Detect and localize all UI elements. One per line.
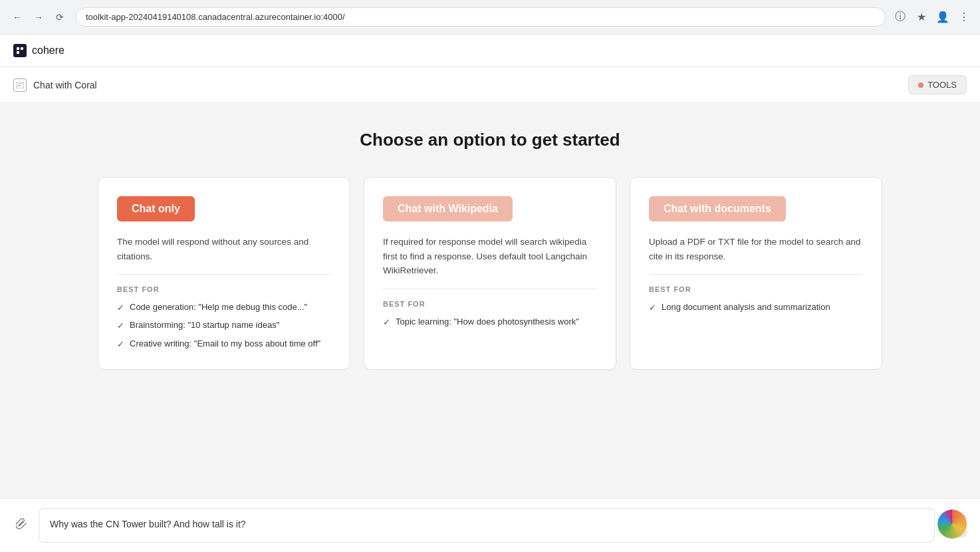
check-icon: ✓: [117, 320, 124, 332]
check-icon: ✓: [117, 339, 124, 350]
address-bar[interactable]: toolkit-app-20240419140108.canadacentral…: [76, 7, 886, 27]
extension-icon[interactable]: ⓘ: [892, 9, 908, 25]
chat-only-button[interactable]: Chat only: [117, 196, 195, 221]
attach-button[interactable]: [13, 515, 31, 536]
refresh-button[interactable]: ⟳: [51, 8, 69, 27]
best-for-list-2: ✓ Topic learning: "How does photosynthes…: [383, 316, 597, 329]
chat-documents-description: Upload a PDF or TXT file for the model t…: [649, 235, 863, 263]
list-item-text: Code generation: "Help me debug this cod…: [130, 301, 307, 313]
sub-header-left: Chat with Coral: [13, 78, 97, 92]
input-area: →: [0, 498, 980, 552]
best-for-label-2: BEST FOR: [383, 300, 597, 308]
message-input[interactable]: [39, 508, 935, 543]
best-for-list-3: ✓ Long document analysis and summarizati…: [649, 301, 863, 314]
check-icon: ✓: [117, 302, 124, 314]
list-item: ✓ Code generation: "Help me debug this c…: [117, 301, 331, 314]
best-for-label-1: BEST FOR: [117, 285, 331, 293]
list-item-text: Creative writing: "Email to my boss abou…: [130, 338, 320, 350]
sub-header: Chat with Coral TOOLS: [0, 67, 980, 103]
card-divider-1: [117, 274, 331, 275]
chat-only-description: The model will respond without any sourc…: [117, 235, 331, 263]
profile-icon[interactable]: 👤: [935, 9, 951, 25]
card-chat-documents[interactable]: Chat with documents Upload a PDF or TXT …: [630, 177, 882, 370]
best-for-label-3: BEST FOR: [649, 285, 863, 293]
browser-nav-buttons: ← → ⟳: [8, 8, 69, 27]
browser-chrome: ← → ⟳ toolkit-app-20240419140108.canadac…: [0, 0, 980, 35]
list-item-text: Brainstorming: "10 startup name ideas": [130, 319, 279, 331]
list-item-text: Topic learning: "How does photosynthesis…: [396, 316, 579, 328]
svg-rect-1: [21, 47, 23, 50]
card-chat-only[interactable]: Chat only The model will respond without…: [98, 177, 350, 370]
chat-title: Chat with Coral: [33, 80, 97, 90]
browser-icons: ⓘ ★ 👤 ⋮: [892, 9, 972, 25]
card-divider-3: [649, 274, 863, 275]
best-for-list-1: ✓ Code generation: "Help me debug this c…: [117, 301, 331, 350]
list-item-text: Long document analysis and summarization: [662, 301, 830, 313]
main-content: Choose an option to get started Chat onl…: [0, 103, 980, 498]
tools-button[interactable]: TOOLS: [908, 75, 967, 94]
svg-rect-2: [17, 51, 19, 54]
cards-container: Chat only The model will respond without…: [91, 177, 889, 370]
back-button[interactable]: ←: [8, 8, 27, 27]
card-divider-2: [383, 289, 597, 289]
check-icon: ✓: [383, 317, 390, 329]
url-text: toolkit-app-20240419140108.canadacentral…: [86, 12, 345, 22]
check-icon: ✓: [649, 302, 656, 314]
chat-wikipedia-description: If required for response model will sear…: [383, 235, 597, 278]
logo-icon: [13, 44, 27, 57]
tools-dot: [918, 82, 923, 88]
list-item: ✓ Brainstorming: "10 startup name ideas": [117, 319, 331, 332]
svg-rect-3: [16, 82, 24, 88]
list-item: ✓ Creative writing: "Email to my boss ab…: [117, 338, 331, 350]
bookmark-icon[interactable]: ★: [914, 9, 929, 25]
chat-icon-box: [13, 78, 27, 92]
logo-text: cohere: [32, 45, 64, 57]
app-header: cohere: [0, 35, 980, 67]
list-item: ✓ Long document analysis and summarizati…: [649, 301, 863, 314]
logo-area[interactable]: cohere: [13, 44, 64, 57]
avatar-circle: [937, 509, 967, 539]
list-item: ✓ Topic learning: "How does photosynthes…: [383, 316, 597, 329]
menu-icon[interactable]: ⋮: [956, 9, 972, 25]
tools-label: TOOLS: [927, 80, 957, 90]
avatar-overlay[interactable]: [937, 509, 967, 539]
card-chat-wikipedia[interactable]: Chat with Wikipedia If required for resp…: [364, 177, 616, 370]
svg-rect-0: [17, 47, 19, 50]
chat-documents-button[interactable]: Chat with documents: [649, 196, 786, 221]
forward-button[interactable]: →: [29, 8, 48, 27]
chat-wikipedia-button[interactable]: Chat with Wikipedia: [383, 196, 513, 221]
page-title: Choose an option to get started: [360, 130, 620, 150]
